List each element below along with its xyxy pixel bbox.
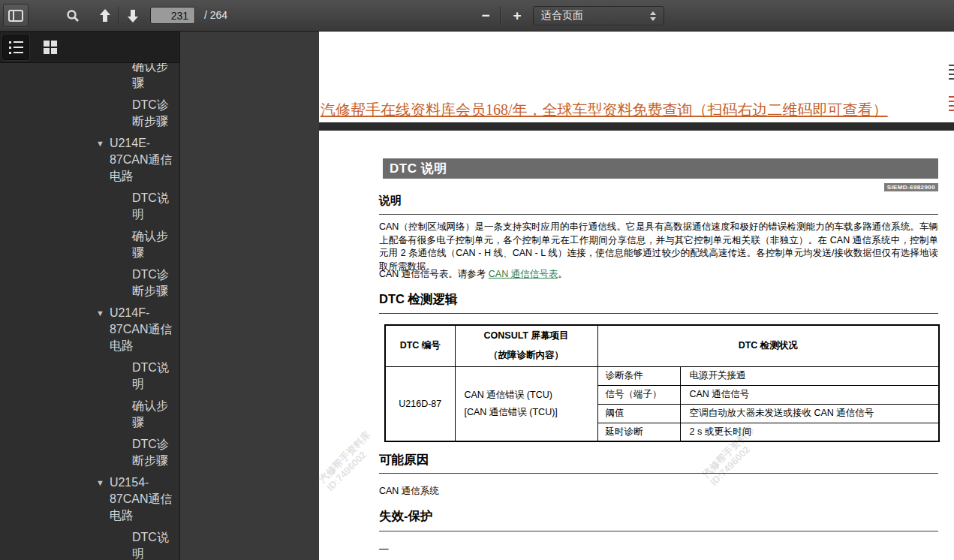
outline-item[interactable]: DTC诊断步骤 — [0, 436, 179, 469]
outline-item[interactable]: DTC说明 — [0, 360, 179, 393]
divider — [379, 531, 938, 531]
doc-id-badge: SIEMD-6982900 — [884, 183, 938, 191]
page-count: / 264 — [204, 9, 227, 21]
divider — [119, 7, 119, 25]
outline-item-label[interactable]: U214F-87CAN通信电路 — [110, 305, 176, 354]
outline-item[interactable]: ▼ U2154-87CAN通信电路 — [0, 474, 179, 524]
table-row-value: CAN 通信信号 — [680, 385, 939, 404]
table-row-label: 诊断条件 — [597, 366, 680, 385]
thumbnails-view-button[interactable] — [37, 35, 64, 60]
table-header-dtc-number: DTC 编号 — [385, 325, 455, 366]
outline-item[interactable]: 确认步骤 — [0, 63, 179, 92]
consult-cell: CAN 通信错误 (TCU) [CAN 通信错误 (TCU)] — [455, 366, 597, 441]
divider — [379, 214, 938, 215]
consult-line2: [CAN 通信错误 (TCU)] — [465, 406, 597, 419]
toggle-sidebar-button[interactable] — [3, 4, 29, 27]
thumbnails-grid-icon — [44, 41, 57, 54]
possible-cause-text: CAN 通信系统 — [379, 485, 439, 498]
outline-item[interactable]: 确认步骤 — [0, 398, 179, 431]
outline-item-label[interactable]: U214E-87CAN通信电路 — [110, 135, 176, 185]
plus-icon: + — [513, 8, 521, 23]
zoom-in-button[interactable]: + — [506, 4, 528, 27]
outline-item[interactable]: DTC诊断步骤 — [0, 97, 179, 130]
outline-item[interactable]: DTC诊断步骤 — [0, 266, 179, 300]
find-button[interactable] — [60, 4, 86, 27]
table-header-consult: CONSULT 屏幕项目 （故障诊断内容） — [455, 325, 597, 366]
description-paragraph: CAN（控制区域网络）是一条支持实时应用的串行通信线。它是具有高数据通信速度和极… — [379, 221, 938, 273]
outline-item-label[interactable]: DTC诊断步骤 — [132, 97, 176, 130]
reference-prefix: CAN 通信信号表。请参考 — [379, 269, 489, 279]
triangle-down-icon[interactable]: ▼ — [96, 305, 104, 354]
pdf-page: DTC 说明 SIEMD-6982900 说明 CAN（控制区域网络）是一条支持… — [319, 131, 954, 560]
dtc-detection-table: DTC 编号 CONSULT 屏幕项目 （故障诊断内容） DTC 检测状况 U2… — [384, 324, 940, 442]
outline-item-label[interactable]: 确认步骤 — [132, 228, 176, 261]
reference-suffix: 。 — [558, 269, 567, 279]
failsafe-heading: 失效-保护 — [379, 508, 433, 525]
description-heading: 说明 — [379, 194, 402, 208]
document-viewer: 汽修帮手在线资料库会员168/年，全球车型资料免费查询（扫码右边二维码即可查看）… — [180, 32, 954, 560]
outline-item[interactable]: ▼ U214E-87CAN通信电路 — [0, 135, 179, 185]
can-signal-table-link[interactable]: CAN 通信信号表 — [489, 269, 558, 279]
outline-item-label[interactable]: DTC说明 — [132, 190, 176, 223]
divider — [379, 473, 938, 474]
dtc-number-cell: U216D-87 — [385, 366, 455, 441]
next-page-button[interactable] — [121, 4, 145, 27]
table-row-value: 2 s 或更长时间 — [680, 423, 939, 441]
section-header-bar: DTC 说明 — [383, 158, 938, 179]
consult-header-line2: （故障诊断内容） — [456, 349, 597, 362]
consult-line1: CAN 通信错误 (TCU) — [465, 389, 597, 402]
arrow-up-icon — [98, 8, 112, 23]
sidebar: 确认步骤 DTC诊断步骤 ▼ U214E-87CAN通信电路 DTC说明 确认步… — [0, 32, 180, 560]
dtc-logic-heading: DTC 检测逻辑 — [379, 291, 458, 308]
table-header-detection: DTC 检测状况 — [597, 325, 939, 366]
table-row-label: 延时诊断 — [597, 423, 680, 441]
outline-item[interactable]: DTC说明 — [0, 190, 179, 223]
outline-item-label[interactable]: DTC诊断步骤 — [132, 436, 176, 469]
outline-tree: 确认步骤 DTC诊断步骤 ▼ U214E-87CAN通信电路 DTC说明 确认步… — [0, 63, 179, 560]
triangle-down-icon[interactable]: ▼ — [96, 474, 104, 524]
outline-item-label[interactable]: DTC诊断步骤 — [132, 266, 176, 300]
arrow-down-icon — [126, 8, 140, 23]
outline-list-icon — [9, 41, 23, 54]
triangle-down-icon[interactable]: ▼ — [96, 135, 104, 185]
outline-view-button[interactable] — [2, 35, 29, 60]
table-row-value: 电源开关接通 — [680, 366, 939, 385]
reference-line: CAN 通信信号表。请参考 CAN 通信信号表。 — [379, 268, 567, 281]
previous-page-button[interactable] — [93, 4, 117, 27]
table-row-label: 信号（端子） — [597, 385, 680, 404]
watermark: 汽修帮手资料库 ID:7496002 — [319, 429, 381, 493]
zoom-out-button[interactable]: − — [474, 4, 497, 27]
divider — [500, 7, 501, 25]
outline-item[interactable]: 确认步骤 — [0, 228, 179, 261]
failsafe-text: — — [379, 543, 389, 554]
outline-item[interactable]: DTC说明 — [0, 529, 179, 560]
sidebar-view-switcher — [0, 32, 179, 63]
outline-item-label[interactable]: 确认步骤 — [132, 398, 176, 431]
outline-item-label[interactable]: DTC说明 — [132, 529, 176, 560]
outline-item[interactable]: ▼ U214F-87CAN通信电路 — [0, 305, 179, 354]
toolbar: / 264 − + 适合页面 — [0, 0, 954, 32]
outline-item-label[interactable]: DTC说明 — [132, 360, 176, 393]
chevron-up-down-icon — [650, 11, 656, 21]
ad-banner-text: 汽修帮手在线资料库会员168/年，全球车型资料免费查询（扫码右边二维码即可查看） — [321, 100, 888, 120]
clipped-content-artifact — [949, 65, 954, 80]
page-number-input[interactable] — [150, 7, 195, 24]
divider — [379, 313, 938, 314]
previous-page-bottom: 汽修帮手在线资料库会员168/年，全球车型资料免费查询（扫码右边二维码即可查看） — [319, 32, 954, 122]
search-icon — [66, 9, 80, 23]
outline-item-label[interactable]: U2154-87CAN通信电路 — [110, 474, 176, 524]
consult-header-line1: CONSULT 屏幕项目 — [456, 330, 597, 342]
zoom-select-value: 适合页面 — [534, 9, 650, 23]
page-gap — [319, 122, 954, 131]
doc-id-row: SIEMD-6982900 — [383, 179, 938, 192]
zoom-select[interactable]: 适合页面 — [533, 6, 664, 26]
table-row-value: 空调自动放大器未发送或接收 CAN 通信信号 — [680, 404, 939, 423]
sidebar-icon — [8, 10, 23, 22]
possible-cause-heading: 可能原因 — [379, 452, 429, 468]
clipped-content-artifact — [949, 96, 954, 113]
outline-item-label[interactable]: 确认步骤 — [132, 63, 176, 92]
table-row-label: 阈值 — [597, 404, 680, 423]
outline-pane: 确认步骤 DTC诊断步骤 ▼ U214E-87CAN通信电路 DTC说明 确认步… — [0, 63, 179, 560]
minus-icon: − — [481, 8, 489, 23]
pdf-viewer-window: / 264 − + 适合页面 — [0, 0, 954, 560]
